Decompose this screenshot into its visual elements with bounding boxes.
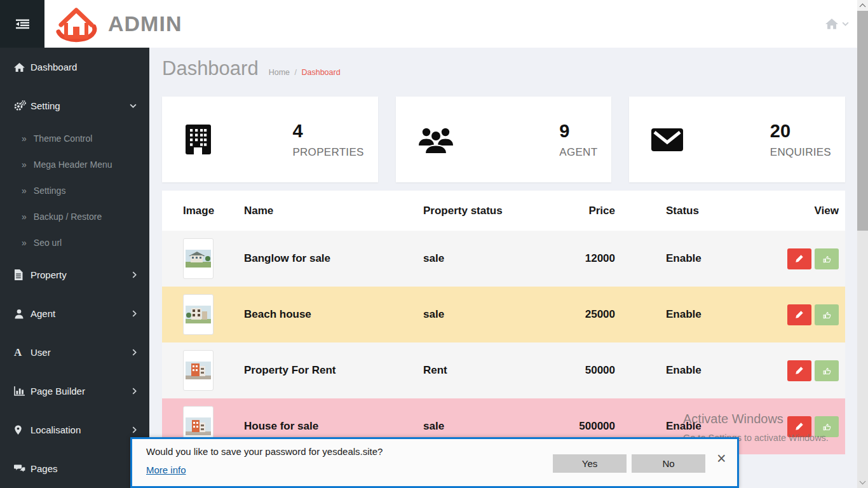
stat-value: 4 — [292, 121, 363, 142]
cell-price: 12000 — [520, 252, 615, 265]
column-header-view: View — [755, 205, 845, 217]
stat-card-agent: 9 AGENT — [396, 97, 612, 182]
sidebar-subitem-label: Settings — [34, 186, 66, 196]
save-password-message: Would you like to save your password for… — [146, 446, 383, 457]
breadcrumb-current: Dashboard — [301, 68, 340, 77]
column-header-name: Name — [244, 205, 423, 217]
chevron-down-icon — [842, 22, 849, 26]
cell-view — [755, 360, 845, 381]
chevron-right-icon — [129, 271, 137, 278]
table-row: Beach house sale 25000 Enable — [162, 287, 845, 342]
sidebar-item-dashboard[interactable]: Dashboard — [0, 48, 149, 86]
no-button[interactable]: No — [632, 454, 705, 473]
gears-icon — [14, 100, 31, 111]
brand-logo[interactable]: ADMIN — [52, 0, 182, 48]
approve-button[interactable] — [815, 360, 839, 381]
approve-button[interactable] — [815, 304, 839, 325]
stat-value: 9 — [559, 121, 597, 142]
edit-button[interactable] — [787, 416, 811, 437]
house-logo-icon — [52, 4, 102, 44]
cell-property-status: Rent — [423, 364, 520, 377]
cell-view — [755, 248, 845, 269]
home-icon — [14, 63, 31, 72]
sidebar-subitem-settings[interactable]: » Settings — [0, 177, 149, 203]
scrollbar-up-button[interactable] — [857, 0, 868, 11]
sidebar-item-property[interactable]: Property — [0, 255, 149, 294]
sidebar-item-label: User — [31, 347, 129, 358]
sidebar-item-label: Setting — [31, 100, 129, 111]
sidebar-item-label: Dashboard — [31, 62, 137, 72]
table-row: Property For Rent Rent 50000 Enable — [162, 342, 845, 398]
cell-image — [162, 350, 244, 391]
sidebar-item-pages[interactable]: Pages — [0, 449, 149, 488]
sidebar-subitem-seo-url[interactable]: » Seo url — [0, 229, 149, 255]
cell-view — [755, 416, 845, 437]
property-photo — [186, 250, 211, 268]
sidebar-subitem-label: Mega Header Menu — [34, 159, 112, 170]
sidebar-item-user[interactable]: A User — [0, 333, 149, 372]
cell-price: 50000 — [520, 364, 615, 377]
topbar-user-menu[interactable] — [825, 0, 849, 48]
sidebar-item-localisation[interactable]: Localisation — [0, 410, 149, 449]
property-thumbnail — [183, 238, 214, 279]
table-header-row: Image Name Property status Price Status … — [162, 191, 845, 231]
sidebar: Dashboard Setting » Theme Control — [0, 48, 149, 488]
cell-price: 25000 — [520, 308, 615, 321]
agents-group-icon — [418, 125, 454, 154]
cell-status: Enable — [615, 364, 755, 377]
stat-label: ENQUIRIES — [770, 146, 831, 159]
bar-chart-icon — [14, 386, 31, 396]
angle-double-right-icon: » — [22, 238, 27, 248]
sidebar-submenu-setting: » Theme Control » Mega Header Menu » Set… — [0, 125, 149, 255]
chevron-up-icon — [860, 4, 866, 10]
thumbs-up-icon — [822, 254, 832, 264]
close-icon[interactable]: × — [717, 451, 726, 466]
yes-button[interactable]: Yes — [553, 454, 627, 473]
cell-view — [755, 304, 845, 325]
sidebar-subitem-theme-control[interactable]: » Theme Control — [0, 125, 149, 151]
stat-card-text: 9 AGENT — [559, 121, 597, 159]
chevron-down-icon — [860, 478, 866, 485]
scrollbar-thumb[interactable] — [857, 11, 868, 231]
sidebar-item-label: Property — [31, 269, 129, 280]
sidebar-item-page-builder[interactable]: Page Builder — [0, 372, 149, 410]
cell-property-status: sale — [423, 308, 520, 321]
property-photo — [186, 417, 211, 435]
edit-button[interactable] — [787, 248, 811, 269]
sidebar-toggle-button[interactable] — [0, 0, 44, 48]
vertical-scrollbar[interactable] — [857, 0, 868, 488]
stat-value: 20 — [770, 121, 831, 142]
column-header-property-status: Property status — [423, 205, 520, 217]
stat-card-properties: 4 PROPERTIES — [162, 97, 378, 182]
cell-status: Enable — [615, 420, 755, 433]
approve-button[interactable] — [815, 416, 839, 437]
pencil-icon — [795, 422, 804, 431]
sidebar-subitem-mega-header-menu[interactable]: » Mega Header Menu — [0, 151, 149, 177]
property-thumbnail — [183, 350, 214, 391]
more-info-link[interactable]: More info — [146, 464, 186, 475]
admin-dashboard-app: ADMIN Dashboard — [0, 0, 868, 488]
envelope-icon — [651, 128, 683, 152]
sidebar-item-agent[interactable]: Agent — [0, 294, 149, 333]
edit-button[interactable] — [787, 304, 811, 325]
cell-name: Property For Rent — [244, 364, 423, 377]
breadcrumb-home-link[interactable]: Home — [269, 68, 290, 77]
brand-name: ADMIN — [108, 11, 182, 36]
file-icon — [14, 269, 31, 280]
font-icon: A — [14, 347, 31, 358]
building-icon — [184, 124, 212, 156]
stat-cards: 4 PROPERTIES 9 AGEN — [162, 97, 845, 182]
cell-image — [162, 294, 244, 335]
topbar: ADMIN — [0, 0, 868, 48]
angle-double-right-icon: » — [22, 159, 27, 170]
pencil-icon — [795, 310, 804, 319]
cell-name: House for sale — [244, 420, 423, 433]
stat-card-text: 20 ENQUIRIES — [770, 121, 831, 159]
thumbs-up-icon — [822, 366, 832, 376]
edit-button[interactable] — [787, 360, 811, 381]
approve-button[interactable] — [815, 248, 839, 269]
sidebar-item-setting[interactable]: Setting — [0, 86, 149, 125]
sidebar-subitem-backup-restore[interactable]: » Backup / Restore — [0, 203, 149, 229]
cell-status: Enable — [615, 308, 755, 321]
scrollbar-down-button[interactable] — [857, 477, 868, 488]
